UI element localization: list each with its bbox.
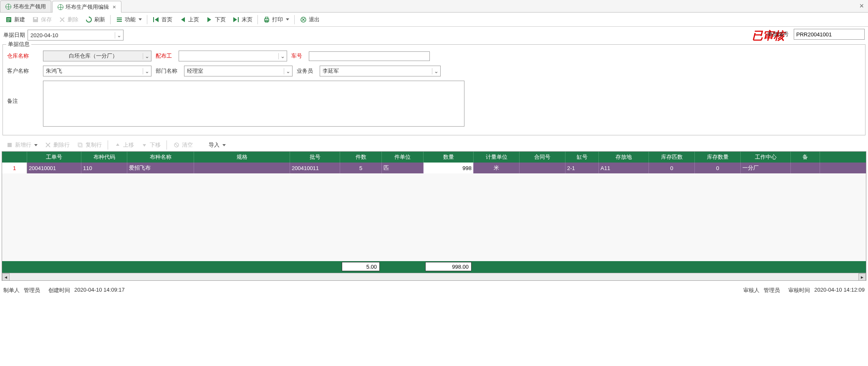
svg-rect-24: [8, 143, 12, 147]
refresh-button[interactable]: 刷新: [82, 15, 108, 25]
warehouse-combo[interactable]: 白坯仓库（一分厂） ⌄: [43, 51, 151, 61]
sum-qty: 998.00: [424, 261, 474, 272]
maker-label: 制单人: [3, 287, 20, 294]
prev-page-button[interactable]: 上页: [176, 15, 202, 25]
horizontal-scrollbar[interactable]: ◄ ►: [2, 273, 866, 280]
col-workorder[interactable]: 工单号: [27, 152, 81, 163]
created-value: 2020-04-10 14:09:17: [74, 287, 125, 294]
status-bar: 制单人 管理员 创建时间 2020-04-10 14:09:17 审核人 管理员…: [0, 284, 868, 297]
add-row-button[interactable]: 新增行: [3, 140, 40, 150]
cell-stock-qty[interactable]: 0: [695, 163, 741, 173]
next-page-button[interactable]: 下页: [202, 15, 229, 25]
cell-name[interactable]: 爱招飞布: [127, 163, 194, 173]
cell-pcs[interactable]: 5: [340, 163, 382, 173]
col-spec[interactable]: 规格: [194, 152, 290, 163]
doc-header: 单据日期 2020-04-10 ⌄ 已审核 单据编号: [0, 27, 868, 43]
doc-no-wrap: 单据编号: [767, 29, 865, 40]
last-icon: [232, 16, 240, 23]
scroll-left-icon[interactable]: ◄: [2, 273, 10, 281]
col-workcenter[interactable]: 工作中心: [741, 152, 791, 163]
sales-combo[interactable]: 李延军 ⌄: [320, 66, 441, 76]
delete-button[interactable]: 删除: [55, 15, 82, 25]
customer-combo[interactable]: 朱鸿飞 ⌄: [43, 66, 151, 76]
tab-edit[interactable]: 坯布生产领用编辑 ×: [52, 1, 121, 13]
cell-pcs-unit[interactable]: 匹: [382, 163, 424, 173]
col-pcs[interactable]: 件数: [340, 152, 382, 163]
up-icon: [114, 141, 121, 149]
toolbar-divider: [257, 15, 258, 24]
col-stock-qty[interactable]: 库存数量: [695, 152, 741, 163]
add-row-icon: [6, 141, 13, 149]
svg-marker-13: [155, 17, 159, 22]
cell-batch[interactable]: 200410011: [290, 163, 340, 173]
worker-combo[interactable]: ⌄: [179, 51, 287, 61]
cell-code[interactable]: 110: [81, 163, 127, 173]
svg-marker-14: [181, 17, 185, 22]
chevron-down-icon[interactable]: ⌄: [143, 68, 151, 74]
svg-rect-11: [117, 21, 122, 22]
dept-label: 部门名称: [156, 67, 177, 75]
save-button[interactable]: 保存: [28, 15, 55, 25]
new-button[interactable]: 新建: [2, 15, 28, 25]
close-icon[interactable]: ×: [113, 4, 116, 10]
close-all-icon[interactable]: ×: [859, 2, 864, 10]
import-button[interactable]: 导入: [197, 140, 228, 150]
cell-location[interactable]: A11: [599, 163, 649, 173]
col-unit[interactable]: 计量单位: [474, 152, 520, 163]
chevron-down-icon: [34, 144, 38, 146]
cell-spec[interactable]: [194, 163, 290, 173]
first-page-button[interactable]: 首页: [149, 15, 176, 25]
main-toolbar: 新建 保存 删除 刷新 功能 首页 上页: [0, 13, 868, 27]
chevron-down-icon[interactable]: ⌄: [143, 53, 151, 59]
clear-button[interactable]: 清空: [170, 140, 195, 150]
last-page-button[interactable]: 末页: [229, 15, 256, 25]
col-code[interactable]: 布种代码: [81, 152, 127, 163]
doc-no-field[interactable]: [794, 29, 865, 40]
chevron-down-icon[interactable]: ⌄: [278, 53, 287, 59]
cell-qty[interactable]: 998: [424, 163, 474, 173]
col-pcs-unit[interactable]: 件单位: [382, 152, 424, 163]
car-field[interactable]: [309, 51, 430, 61]
cell-vat[interactable]: 2-1: [565, 163, 599, 173]
exit-button[interactable]: 退出: [296, 15, 323, 25]
col-qty[interactable]: 数量: [424, 152, 474, 163]
dept-combo[interactable]: 经理室 ⌄: [184, 66, 293, 76]
print-button[interactable]: 打印: [260, 15, 293, 25]
date-picker[interactable]: 2020-04-10 ⌄: [28, 30, 124, 41]
col-location[interactable]: 存放地: [599, 152, 649, 163]
grid-summary: 5.00 998.00: [2, 261, 866, 273]
cell-unit[interactable]: 米: [474, 163, 520, 173]
cell-stock-pcs[interactable]: 0: [649, 163, 695, 173]
grid-body[interactable]: 1 200410001 110 爱招飞布 200410011 5 匹 998 米…: [2, 163, 866, 261]
col-stock-pcs[interactable]: 库存匹数: [649, 152, 695, 163]
del-row-button[interactable]: 删除行: [42, 140, 72, 150]
svg-rect-17: [238, 17, 239, 22]
remarks-field[interactable]: [43, 81, 464, 127]
copy-row-button[interactable]: 复制行: [74, 140, 104, 150]
col-name[interactable]: 布种名称: [127, 152, 194, 163]
table-row[interactable]: 1 200410001 110 爱招飞布 200410011 5 匹 998 米…: [2, 163, 866, 173]
chevron-down-icon[interactable]: ⌄: [284, 68, 292, 74]
col-contract[interactable]: 合同号: [520, 152, 565, 163]
chevron-down-icon: [139, 18, 142, 20]
chevron-down-icon[interactable]: ⌄: [432, 68, 440, 74]
prev-icon: [179, 16, 187, 23]
globe-icon: [58, 4, 63, 10]
cell-contract[interactable]: [520, 163, 565, 173]
cell-workcenter[interactable]: 一分厂: [741, 163, 791, 173]
scroll-right-icon[interactable]: ►: [858, 273, 866, 281]
col-vat[interactable]: 缸号: [565, 152, 599, 163]
cell-rownum[interactable]: 1: [2, 163, 27, 173]
chevron-down-icon[interactable]: ⌄: [115, 32, 123, 38]
tab-list[interactable]: 坯布生产领用: [0, 0, 51, 12]
col-rownum[interactable]: [2, 152, 27, 163]
svg-marker-29: [116, 143, 119, 146]
move-down-button[interactable]: 下移: [138, 140, 163, 150]
cell-workorder[interactable]: 200410001: [27, 163, 81, 173]
move-up-button[interactable]: 上移: [111, 140, 136, 150]
col-remark[interactable]: 备: [791, 152, 820, 163]
col-batch[interactable]: 批号: [290, 152, 340, 163]
func-button[interactable]: 功能: [112, 15, 145, 25]
cell-remark[interactable]: [791, 163, 820, 173]
maker-value: 管理员: [24, 287, 40, 294]
